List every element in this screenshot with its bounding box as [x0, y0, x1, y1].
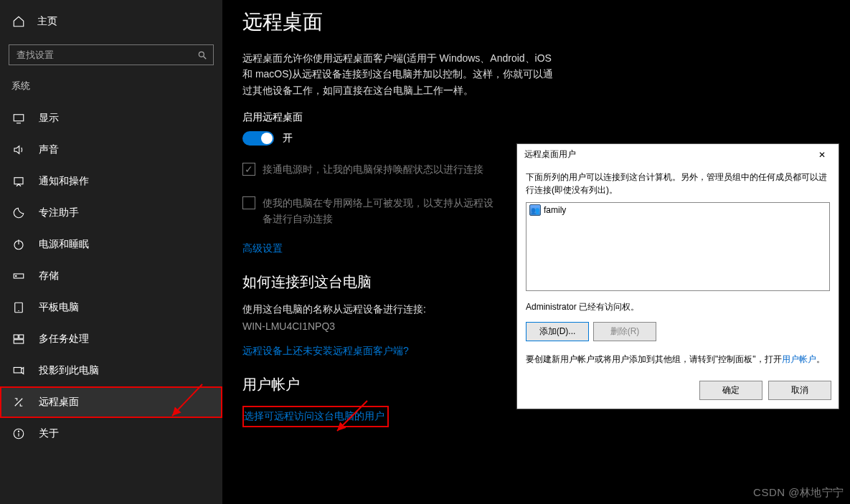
- svg-rect-11: [14, 335, 18, 338]
- settings-nav: 显示 声音 通知和操作 专注助手 电源和睡眠 存储: [0, 103, 222, 450]
- checkbox-icon: [242, 163, 255, 176]
- sidebar-item-label: 关于: [39, 427, 59, 440]
- search-box[interactable]: [9, 44, 214, 65]
- power-icon: [11, 237, 26, 252]
- project-icon: [11, 363, 26, 378]
- search-icon: [197, 50, 207, 60]
- sidebar-item-label: 远程桌面: [39, 396, 79, 409]
- cancel-button[interactable]: 取消: [768, 381, 831, 400]
- sidebar-item-label: 专注助手: [39, 206, 79, 219]
- sidebar-item-sound[interactable]: 声音: [0, 134, 222, 166]
- sidebar-item-storage[interactable]: 存储: [0, 260, 222, 292]
- discoverable-label: 使我的电脑在专用网络上可被发现，以支持从远程设备进行自动连接: [263, 195, 501, 227]
- dialog-title: 远程桌面用户: [524, 148, 576, 161]
- create-user-note: 要创建新用户帐户或将用户添加到其他组，请转到"控制面板"，打开用户帐户。: [526, 353, 830, 366]
- sidebar-item-focus[interactable]: 专注助手: [0, 197, 222, 229]
- sidebar-item-display[interactable]: 显示: [0, 103, 222, 134]
- remove-button[interactable]: 删除(R): [593, 322, 656, 341]
- search-input[interactable]: [9, 45, 213, 65]
- dialog-titlebar: 远程桌面用户 ✕: [517, 144, 839, 165]
- sidebar-item-label: 显示: [39, 112, 59, 125]
- sidebar-item-label: 存储: [39, 270, 59, 282]
- enable-rdp-toggle[interactable]: [242, 131, 274, 146]
- sidebar-item-notifications[interactable]: 通知和操作: [0, 166, 222, 197]
- home-label: 主页: [37, 15, 57, 28]
- svg-point-0: [199, 52, 204, 57]
- svg-point-17: [18, 431, 19, 432]
- sidebar-item-label: 电源和睡眠: [39, 238, 89, 251]
- remote-desktop-icon: [11, 395, 26, 409]
- user-icon: 👥: [529, 204, 541, 216]
- sidebar-item-power[interactable]: 电源和睡眠: [0, 229, 222, 260]
- keep-awake-checkbox[interactable]: 接通电源时，让我的电脑保持唤醒状态以进行连接: [242, 161, 501, 177]
- sidebar-item-tablet[interactable]: 平板电脑: [0, 292, 222, 323]
- svg-rect-2: [14, 115, 24, 121]
- checkbox-icon: [242, 196, 255, 209]
- keep-awake-label: 接通电源时，让我的电脑保持唤醒状态以进行连接: [263, 161, 483, 177]
- page-title: 远程桌面: [242, 9, 850, 36]
- svg-rect-13: [14, 340, 24, 343]
- user-name: family: [544, 205, 566, 215]
- user-accounts-link[interactable]: 用户帐户: [782, 354, 816, 364]
- svg-rect-4: [14, 178, 23, 184]
- sidebar-item-project[interactable]: 投影到此电脑: [0, 355, 222, 386]
- discoverable-checkbox[interactable]: 使我的电脑在专用网络上可被发现，以支持从远程设备进行自动连接: [242, 195, 501, 227]
- watermark: CSDN @林地宁宁: [753, 486, 844, 500]
- sidebar-item-label: 声音: [39, 143, 59, 156]
- enable-rdp-label: 启用远程桌面: [242, 111, 850, 124]
- sidebar-item-multitask[interactable]: 多任务处理: [0, 323, 222, 355]
- svg-line-1: [204, 56, 207, 59]
- user-list[interactable]: 👥 family: [526, 202, 830, 291]
- page-description: 远程桌面允许你使用远程桌面客户端(适用于 Windows、Android、iOS…: [242, 50, 558, 98]
- sidebar-item-label: 通知和操作: [39, 175, 89, 188]
- display-icon: [11, 111, 26, 125]
- about-icon: [11, 427, 26, 441]
- dialog-description: 下面所列的用户可以连接到这台计算机。另外，管理员组中的任何成员都可以进行连接(即…: [526, 171, 830, 196]
- list-item[interactable]: 👥 family: [528, 204, 828, 216]
- admin-access-note: Administrator 已经有访问权。: [526, 301, 830, 313]
- category-system: 系统: [0, 75, 222, 103]
- settings-sidebar: 主页 系统 显示 声音 通知和操作 专注助手: [0, 0, 222, 504]
- notifications-icon: [11, 174, 26, 189]
- svg-rect-12: [19, 335, 24, 338]
- home-row[interactable]: 主页: [0, 9, 222, 34]
- sidebar-item-label: 投影到此电脑: [39, 364, 99, 377]
- sidebar-item-label: 多任务处理: [39, 333, 89, 346]
- multitask-icon: [11, 332, 26, 346]
- svg-rect-14: [14, 368, 22, 374]
- remote-desktop-users-dialog: 远程桌面用户 ✕ 下面所列的用户可以连接到这台计算机。另外，管理员组中的任何成员…: [516, 143, 839, 409]
- sidebar-item-about[interactable]: 关于: [0, 418, 222, 450]
- sound-icon: [11, 143, 26, 157]
- ok-button[interactable]: 确定: [699, 381, 762, 400]
- sidebar-item-label: 平板电脑: [39, 301, 79, 314]
- add-button[interactable]: 添加(D)...: [526, 322, 589, 341]
- select-users-link[interactable]: 选择可远程访问这台电脑的用户: [244, 410, 384, 422]
- storage-icon: [11, 269, 26, 283]
- close-icon[interactable]: ✕: [811, 150, 833, 160]
- svg-point-8: [16, 275, 17, 277]
- home-icon: [11, 14, 26, 29]
- tablet-icon: [11, 300, 26, 315]
- sidebar-item-remote-desktop[interactable]: 远程桌面: [0, 386, 222, 418]
- toggle-state-label: 开: [283, 132, 293, 145]
- focus-icon: [11, 206, 26, 220]
